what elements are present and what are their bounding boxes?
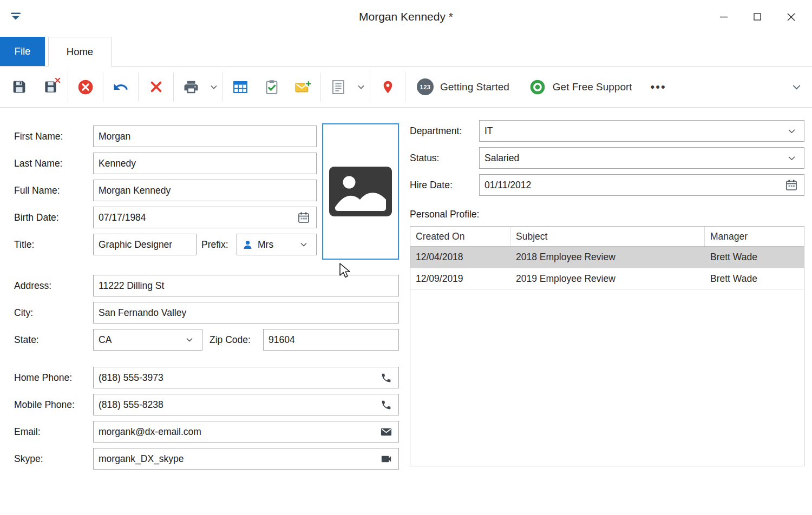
chevron-down-icon [358,85,364,89]
status-combo[interactable]: Salaried [479,147,804,169]
grid-row[interactable]: 12/09/2019 2019 Employee Review Brett Wa… [410,268,804,290]
department-combo[interactable]: IT [479,120,804,142]
calendar-icon [297,211,310,224]
mail-icon [380,426,392,438]
save-button[interactable] [3,71,35,103]
calendar-icon [785,179,798,192]
tab-file[interactable]: File [0,37,45,66]
ribbon-collapse-button[interactable] [784,71,809,103]
send-email-button[interactable] [378,421,394,442]
grid-header-manager[interactable]: Manager [705,227,804,246]
close-button[interactable] [774,0,808,34]
person-icon [242,239,253,250]
title-field[interactable]: Graphic Designer [93,234,197,255]
toolbar-overflow-button[interactable]: ••• [642,71,675,103]
undo-button[interactable] [105,71,136,103]
birth-date-calendar-button[interactable] [296,207,311,228]
address-label: Address: [14,275,51,296]
video-call-button[interactable] [378,448,394,469]
department-dropdown-button[interactable] [784,121,799,141]
mobile-phone-call-button[interactable] [378,394,394,415]
toolbar-separator [222,72,223,102]
state-dropdown-button[interactable] [182,329,197,350]
first-name-field[interactable]: Morgan [93,126,317,147]
maximize-button[interactable] [741,0,774,34]
map-button[interactable] [372,71,403,103]
hire-date-calendar-button[interactable] [784,175,799,195]
support-ring-icon [529,78,546,96]
grid-row[interactable]: 12/04/2018 2018 Employee Review Brett Wa… [410,247,804,268]
chevron-down-icon [793,84,801,90]
employee-photo-placeholder[interactable] [322,123,399,260]
zip-code-value: 91604 [269,334,394,346]
chevron-down-icon [211,85,217,89]
mail-add-icon [294,79,312,95]
prefix-combo[interactable]: Mrs [237,234,317,255]
prefix-dropdown-button[interactable] [296,234,311,255]
city-field[interactable]: San Fernando Valley [93,302,399,323]
birth-date-label: Birth Date: [14,207,59,228]
cell-subject: 2018 Employee Review [510,252,705,263]
tab-home[interactable]: Home [48,37,112,67]
image-placeholder-icon [329,166,392,217]
status-dropdown-button[interactable] [784,148,799,168]
minimize-icon [719,12,728,21]
cancel-changes-button[interactable] [70,71,101,103]
last-name-value: Kennedy [99,158,311,169]
data-grid-button[interactable] [225,71,256,103]
full-name-field[interactable]: Morgan Kennedy [93,180,317,201]
hire-date-field[interactable]: 01/11/2012 [479,174,804,196]
save-and-close-button[interactable] [35,71,66,103]
cell-created-on: 12/04/2018 [410,252,510,263]
home-phone-call-button[interactable] [378,367,394,388]
status-label: Status: [410,147,439,169]
window-controls [707,0,808,34]
report-button[interactable] [323,71,354,103]
city-value: San Fernando Valley [99,307,394,319]
mobile-phone-field[interactable]: (818) 555-8238 [93,394,399,415]
phone-icon [381,372,392,384]
grid-header-created-on[interactable]: Created On [410,227,510,246]
delete-button[interactable] [140,71,172,103]
print-button[interactable] [175,71,207,103]
getting-started-button[interactable]: 123 Getting Started [407,71,519,103]
toolbar-separator [320,72,321,102]
address-value: 11222 Dilling St [99,280,394,292]
home-phone-field[interactable]: (818) 555-3973 [93,367,399,388]
birth-date-field[interactable]: 07/17/1984 [93,207,317,228]
report-dropdown-button[interactable] [354,71,368,103]
department-value: IT [484,126,784,137]
new-mail-button[interactable] [287,71,319,103]
window-title: Morgan Kennedy * [0,0,812,34]
email-field[interactable]: morgank@dx-email.com [93,421,399,443]
close-icon [787,12,796,22]
grid-header-subject[interactable]: Subject [510,227,705,246]
email-value: morgank@dx-email.com [99,426,378,438]
titlebar: Morgan Kennedy * [0,0,812,34]
skype-field[interactable]: morgank_DX_skype [93,448,399,470]
badge-123-icon: 123 [417,78,434,95]
full-name-label: Full Name: [14,180,60,201]
first-name-label: First Name: [14,126,63,147]
personal-profile-grid: Created On Subject Manager 12/04/2018 20… [410,226,804,466]
map-pin-icon [381,79,395,95]
cancel-circle-icon [77,78,94,96]
undo-icon [113,79,129,95]
state-combo[interactable]: CA [93,329,202,351]
last-name-field[interactable]: Kennedy [93,153,317,174]
chevron-down-icon [186,338,193,342]
print-dropdown-button[interactable] [207,71,221,103]
tasks-button[interactable] [256,71,287,103]
title-value: Graphic Designer [99,239,191,250]
chevron-down-icon [788,129,795,134]
mobile-phone-value: (818) 555-8238 [99,399,378,411]
get-free-support-button[interactable]: Get Free Support [519,71,642,103]
prefix-value: Mrs [258,239,296,250]
city-label: City: [14,302,33,323]
home-phone-value: (818) 555-3973 [99,372,378,384]
address-field[interactable]: 11222 Dilling St [93,275,399,296]
toolbar-separator [68,72,68,102]
zip-code-field[interactable]: 91604 [263,329,399,351]
department-label: Department: [410,120,462,142]
minimize-button[interactable] [707,0,741,34]
